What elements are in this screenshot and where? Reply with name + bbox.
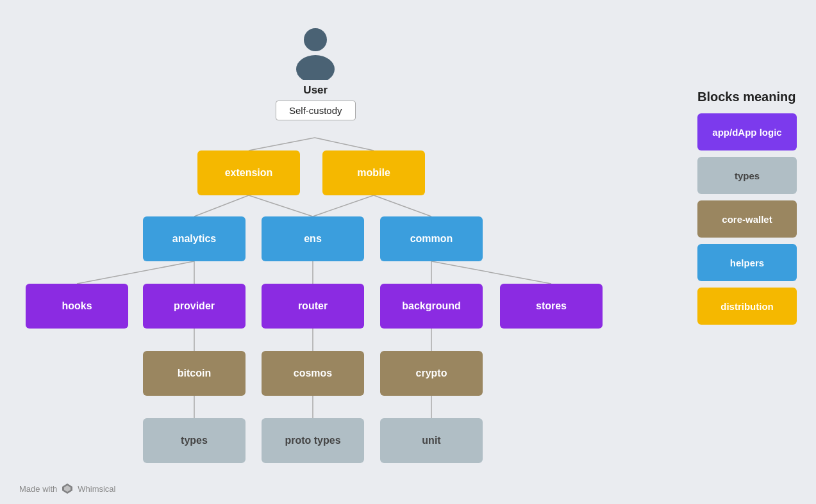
background-block: background (380, 284, 483, 329)
legend-title: Blocks meaning (697, 90, 795, 104)
router-block: router (262, 284, 364, 329)
unit-block: unit (380, 418, 483, 463)
svg-line-4 (313, 195, 374, 216)
proto-types-block: proto types (262, 418, 364, 463)
svg-line-10 (431, 261, 551, 284)
stores-block: stores (500, 284, 603, 329)
svg-line-2 (194, 195, 249, 216)
svg-line-0 (249, 138, 315, 150)
footer-text: Made with (19, 484, 57, 494)
legend-appdapp: app/dApp logic (697, 113, 797, 150)
bitcoin-block: bitcoin (143, 351, 246, 396)
legend-core-wallet: core-wallet (697, 200, 797, 238)
cosmos-block: cosmos (262, 351, 364, 396)
svg-line-6 (77, 261, 194, 284)
mobile-block: mobile (322, 150, 425, 195)
hooks-block: hooks (26, 284, 128, 329)
crypto-block: crypto (380, 351, 483, 396)
legend: Blocks meaning app/dApp logic types core… (697, 90, 797, 325)
user-icon (290, 26, 341, 80)
common-block: common (380, 216, 483, 261)
analytics-block: analytics (143, 216, 246, 261)
svg-point-18 (296, 55, 335, 80)
provider-block: provider (143, 284, 246, 329)
footer: Made with Whimsical (19, 482, 115, 495)
footer-brand: Whimsical (78, 484, 115, 494)
legend-distribution: distribution (697, 288, 797, 325)
whimsical-logo-icon (61, 482, 74, 495)
legend-helpers: helpers (697, 244, 797, 281)
svg-line-3 (249, 195, 313, 216)
user-label: User (303, 84, 328, 97)
ens-block: ens (262, 216, 364, 261)
svg-line-5 (374, 195, 431, 216)
extension-block: extension (197, 150, 300, 195)
self-custody-box: Self-custody (276, 101, 356, 120)
user-node: User Self-custody (276, 26, 356, 120)
legend-types: types (697, 157, 797, 194)
types-block: types (143, 418, 246, 463)
svg-line-1 (315, 138, 374, 150)
svg-point-17 (304, 28, 327, 51)
